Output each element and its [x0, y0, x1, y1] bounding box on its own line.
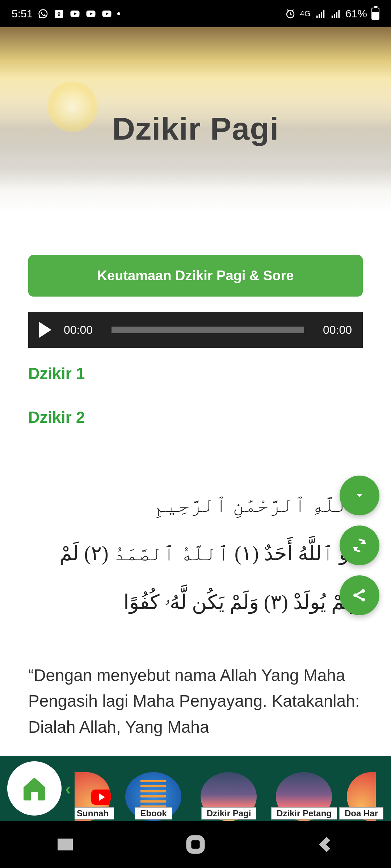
statusbar-left: 5:51 9 [12, 8, 120, 20]
youtube-badge-icon [91, 790, 111, 805]
arabic-line1: هُوَ ٱللَّهُ أَحَدٌ (١) ٱللَّهُ ٱلصَّمَد… [28, 529, 361, 578]
section-heading-dzikir2[interactable]: Dzikir 2 [28, 408, 363, 426]
svg-marker-17 [357, 494, 362, 497]
svg-rect-10 [319, 14, 320, 18]
arabic-bismillah: ٱللَّهِ ٱلرَّحْمَٰنِ ٱلرَّحِيمِ [28, 481, 361, 529]
svg-rect-9 [316, 16, 318, 18]
signal-icon [315, 8, 326, 19]
svg-rect-14 [334, 14, 335, 18]
virtue-button-label: Keutamaan Dzikir Pagi & Sore [97, 268, 294, 284]
arabic-text: ٱللَّهِ ٱلرَّحْمَٰنِ ٱلرَّحِيمِ هُوَ ٱلل… [28, 481, 363, 626]
dock-label: Dzikir Petang [271, 807, 337, 820]
nav-back-button[interactable] [290, 830, 362, 859]
statusbar-right: 4G 61% [285, 8, 379, 20]
svg-rect-26 [189, 838, 202, 851]
youtube-icon [101, 8, 112, 19]
caret-down-icon [354, 490, 365, 501]
nav-home-button[interactable] [159, 830, 232, 859]
section-divider [28, 395, 363, 395]
bottom-dock: ‹ Sunnah Ebook Dzikir Pagi Dzikir Petang [0, 756, 391, 821]
refresh-icon [351, 537, 368, 554]
status-time: 5:51 [12, 8, 33, 20]
virtue-button[interactable]: Keutamaan Dzikir Pagi & Sore [28, 255, 363, 297]
share-icon [351, 587, 368, 604]
svg-rect-15 [336, 12, 337, 18]
fab-expand[interactable] [340, 476, 379, 515]
dock-label: Doa Har [339, 807, 383, 820]
dock-home-button[interactable] [7, 761, 62, 816]
audio-seek-bar[interactable] [112, 327, 304, 333]
network-type: 4G [300, 9, 311, 18]
svg-rect-13 [332, 16, 333, 18]
battery-pct: 61% [345, 8, 367, 20]
system-nav-bar [0, 821, 391, 868]
signal-icon [330, 8, 341, 19]
fab-refresh[interactable] [340, 526, 379, 565]
dock-item-doa-harian[interactable]: Doa Har [347, 763, 376, 821]
main-content: Keutamaan Dzikir Pagi & Sore 00:00 00:00… [0, 212, 391, 740]
svg-rect-16 [338, 10, 340, 18]
dock-label: Ebook [135, 807, 172, 820]
more-notif-dot-icon [117, 12, 120, 15]
home-outline-icon [185, 834, 206, 855]
arabic-line2: وَلَمْ يُولَدْ (٣) وَلَمْ يَكُن لَّهُۥ ك… [28, 578, 361, 626]
battery-icon [371, 8, 379, 20]
dock-item-dzikir-pagi[interactable]: Dzikir Pagi [196, 763, 261, 821]
dock-back-chevron-icon[interactable]: ‹ [65, 779, 71, 799]
play-icon[interactable] [39, 322, 51, 338]
dock-scroll[interactable]: Sunnah Ebook Dzikir Pagi Dzikir Petang D… [75, 756, 391, 821]
audio-elapsed: 00:00 [64, 323, 93, 337]
dock-label: Dzikir Pagi [201, 807, 257, 820]
fab-column [340, 476, 379, 615]
svg-rect-11 [321, 12, 322, 18]
app-viewport: Dzikir Pagi Keutamaan Dzikir Pagi & Sore… [0, 27, 391, 821]
youtube-icon [70, 8, 80, 19]
dock-item-sunnah[interactable]: Sunnah [75, 763, 111, 821]
section-heading-dzikir1[interactable]: Dzikir 1 [28, 365, 363, 383]
dock-label: Sunnah [75, 807, 114, 820]
translation-text: “Dengan menyebut nama Allah Yang Maha Pe… [28, 663, 363, 740]
hero-banner: Dzikir Pagi [0, 27, 391, 212]
youtube-icon [85, 8, 96, 19]
nav-recents-button[interactable] [29, 830, 101, 859]
dock-item-dzikir-petang[interactable]: Dzikir Petang [272, 763, 337, 821]
fab-share[interactable] [340, 575, 379, 615]
page-title: Dzikir Pagi [0, 110, 391, 147]
audio-total: 00:00 [323, 323, 352, 337]
status-bar: 5:51 9 4G 61% [0, 0, 391, 27]
back-icon [316, 834, 336, 855]
dock-item-ebook[interactable]: Ebook [121, 763, 186, 821]
svg-rect-12 [323, 10, 324, 18]
home-icon [20, 774, 49, 803]
audio-player: 00:00 00:00 [28, 312, 363, 348]
calendar-notif-icon: 9 [54, 8, 64, 19]
recents-icon [55, 834, 75, 855]
alarm-icon [285, 8, 296, 19]
whatsapp-icon [38, 8, 49, 19]
svg-text:9: 9 [58, 11, 60, 17]
